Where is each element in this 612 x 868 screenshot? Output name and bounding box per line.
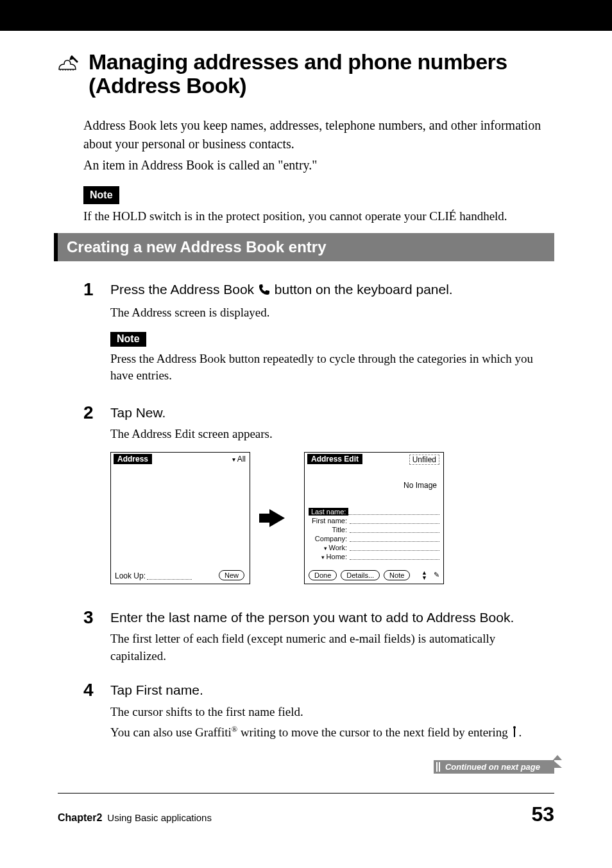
step-number: 2: [83, 404, 99, 422]
step-number: 3: [83, 609, 99, 627]
footer-page-number: 53: [531, 803, 554, 826]
step-lead-pre: Press the Address Book: [110, 282, 258, 297]
field-label-lastname[interactable]: Last name:: [309, 508, 348, 516]
step-lead: Tap New.: [110, 404, 554, 422]
edit-fields: Last name: First name: Title:: [309, 508, 439, 562]
step-note-text: Press the Address Book button repeatedly…: [110, 351, 554, 385]
intro-paragraph-2: An item in Address Book is called an "en…: [83, 156, 554, 175]
step-3: 3 Enter the last name of the person you …: [83, 609, 554, 669]
steps-list: 1 Press the Address Book button on the k…: [83, 281, 554, 747]
step-lead: Press the Address Book button on the key…: [110, 281, 554, 300]
field-row-firstname: First name:: [309, 517, 439, 525]
header-bar: [0, 0, 612, 31]
field-row-lastname: Last name:: [309, 508, 439, 516]
step-4: 4 Tap First name. The cursor shifts to t…: [83, 681, 554, 747]
scroll-arrows-icon[interactable]: ▲ ▼: [421, 570, 427, 580]
address-book-section-icon: [58, 50, 81, 74]
shot-new-button-wrap: New: [219, 570, 244, 580]
step-lead: Enter the last name of the person you wa…: [110, 609, 554, 627]
page-title: Managing addresses and phone numbers (Ad…: [89, 50, 554, 98]
step-desc: The first letter of each field (except n…: [110, 630, 554, 664]
continued-arrow-top-icon: [553, 755, 562, 760]
step-number: 1: [83, 281, 99, 299]
desc2a: You can also use Graffiti: [110, 725, 232, 739]
field-label-work-dropdown[interactable]: Work:: [309, 544, 350, 551]
note-text: If the HOLD switch is in the protect pos…: [83, 208, 554, 225]
lookup-text: Look Up:: [115, 571, 146, 580]
shot-category-dropdown[interactable]: Unfiled: [409, 455, 439, 465]
step-desc: The Address Edit screen appears.: [110, 426, 554, 443]
field-label-company[interactable]: Company:: [309, 535, 350, 542]
step-desc: The Address screen is displayed.: [110, 304, 554, 322]
field-label-title[interactable]: Title:: [309, 526, 350, 534]
continued-text: Continued on next page: [445, 762, 540, 772]
note-button[interactable]: Note: [384, 570, 410, 580]
screenshots-row: Address All Look Up: New A: [110, 452, 554, 584]
field-input-line[interactable]: [350, 526, 439, 533]
screenshot-address-list: Address All Look Up: New: [110, 452, 250, 584]
step-body: Tap First name. The cursor shifts to the…: [110, 681, 554, 747]
phone-handset-icon: [258, 282, 271, 300]
field-label-firstname[interactable]: First name:: [309, 517, 350, 525]
field-input-line[interactable]: [350, 553, 439, 560]
step-number: 4: [83, 681, 99, 699]
shot-category-dropdown[interactable]: All: [232, 455, 246, 464]
continued-arrow-icon: [553, 760, 562, 768]
document-page: Managing addresses and phone numbers (Ad…: [0, 0, 612, 852]
intro-paragraph-1: Address Book lets you keep names, addres…: [83, 116, 554, 153]
shot-title-bar: Address Edit: [307, 454, 362, 464]
no-image-label: No Image: [404, 481, 437, 490]
lookup-input-line[interactable]: [147, 579, 192, 580]
field-input-line[interactable]: [348, 508, 439, 515]
step-1: 1 Press the Address Book button on the k…: [83, 281, 554, 391]
note-label: Note: [83, 186, 119, 204]
screenshot-address-edit: Address Edit Unfiled No Image Last name:…: [304, 452, 444, 584]
footer-subtitle: Using Basic applications: [107, 812, 212, 823]
step-note-label: Note: [110, 332, 146, 347]
intro-block: Address Book lets you keep names, addres…: [83, 116, 554, 225]
arrow-right-icon: [269, 509, 285, 527]
desc2c: .: [518, 725, 522, 739]
step-body: Tap New. The Address Edit screen appears…: [110, 404, 554, 596]
field-input-line[interactable]: [350, 544, 439, 551]
shot-title-bar: Address: [114, 454, 152, 464]
section-heading: Creating a new Address Book entry: [54, 233, 554, 261]
graffiti-stroke-icon: [511, 725, 518, 743]
field-input-line[interactable]: [350, 517, 439, 524]
content-area: Managing addresses and phone numbers (Ad…: [0, 31, 612, 774]
step-2: 2 Tap New. The Address Edit screen appea…: [83, 404, 554, 596]
step-lead-post: button on the keyboard panel.: [271, 282, 453, 297]
field-row-work: Work:: [309, 544, 439, 551]
footer-rule: [58, 793, 554, 794]
svg-point-0: [513, 726, 516, 729]
done-button[interactable]: Done: [309, 570, 337, 580]
field-label-home-dropdown[interactable]: Home:: [309, 553, 350, 560]
step-desc-1: The cursor shifts to the first name fiel…: [110, 704, 554, 721]
footer-chapter: Chapter2: [58, 812, 102, 824]
step-body: Enter the last name of the person you wa…: [110, 609, 554, 669]
desc2b: writing to move the cursor to the next f…: [237, 725, 511, 739]
field-row-title: Title:: [309, 526, 439, 534]
field-row-company: Company:: [309, 535, 439, 542]
step-lead: Tap First name.: [110, 681, 554, 699]
arrow-down-icon[interactable]: ▼: [421, 575, 427, 580]
title-row: Managing addresses and phone numbers (Ad…: [58, 50, 554, 98]
step-body: Press the Address Book button on the key…: [110, 281, 554, 391]
registered-mark: ®: [232, 725, 237, 734]
page-footer: Chapter2 Using Basic applications 53: [0, 803, 612, 852]
field-row-home: Home:: [309, 553, 439, 560]
continued-wrap: Continued on next page: [58, 760, 554, 774]
step-desc-2: You can also use Graffiti® writing to mo…: [110, 724, 554, 743]
graffiti-pen-icon[interactable]: ✎: [434, 571, 439, 579]
new-button[interactable]: New: [219, 570, 244, 580]
details-button[interactable]: Details...: [341, 570, 380, 580]
field-input-line[interactable]: [350, 535, 439, 542]
continued-banner: Continued on next page: [434, 760, 554, 774]
edit-buttons-row: Done Details... Note ▲ ▼ ✎: [309, 570, 439, 580]
shot-lookup-label: Look Up:: [115, 571, 192, 580]
